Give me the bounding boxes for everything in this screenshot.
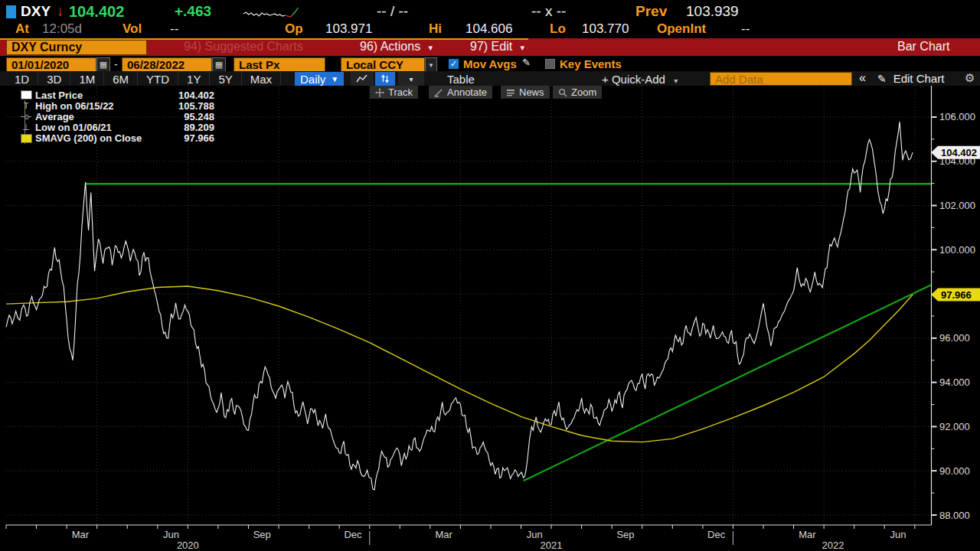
suggested-charts-button[interactable]: 94) Suggested Charts — [184, 40, 303, 54]
x-year-label: 2022 — [822, 540, 844, 551]
price-chart-canvas[interactable]: 88.00090.00092.00094.00096.00098.000100.… — [0, 86, 980, 551]
period-select[interactable]: Daily ▼ — [295, 72, 344, 86]
edit-menu-button[interactable]: 97) Edit ▾ — [470, 40, 524, 54]
currency-dropdown-arrow-icon[interactable]: ▾ — [425, 57, 437, 72]
bar-settings-button[interactable] — [375, 72, 395, 86]
news-list-icon — [506, 88, 515, 97]
key-events-label: Key Events — [560, 57, 622, 70]
x-month-label: Jun — [163, 529, 179, 540]
chevron-down-icon: ▾ — [429, 43, 433, 52]
key-events-checkbox[interactable] — [545, 59, 555, 69]
check-icon: ✓ — [450, 59, 457, 69]
prev-label: Prev — [635, 3, 667, 20]
legend-value: 97.966 — [172, 132, 214, 144]
calendar-icon[interactable]: ▦ — [96, 57, 110, 72]
actions-menu-button[interactable]: 96) Actions ▾ — [360, 40, 433, 54]
prev-value: 103.939 — [686, 3, 739, 20]
track-tool-button[interactable]: Track — [370, 86, 418, 99]
intraday-sparkline — [242, 4, 300, 21]
table-button[interactable]: Table — [447, 73, 475, 86]
calendar-icon[interactable]: ▦ — [212, 57, 226, 72]
date-range-separator: - — [114, 58, 118, 70]
x-year-label: 2021 — [541, 540, 563, 551]
security-field[interactable]: DXY Curncy — [6, 40, 147, 55]
at-label: At — [15, 21, 29, 37]
bloomberg-terminal-window: DXY ↓ 104.402 +.463 -- / -- -- x -- Prev… — [0, 0, 980, 551]
legend-row: THigh on 06/15/22105.788 — [9, 100, 214, 111]
date-from-text: 01/01/2020 — [11, 58, 69, 71]
line-chart-icon — [356, 74, 368, 83]
range-tabs: 1D3D1M6MYTD1Y5YMax — [6, 72, 281, 86]
quick-add-label: + Quick-Add — [602, 73, 665, 86]
legend-row: Average95.248 — [9, 111, 214, 122]
range-tab-6m[interactable]: 6M — [104, 72, 138, 86]
legend-label: High on 06/15/22 — [35, 100, 172, 112]
x-month-label: Mar — [799, 529, 816, 540]
collapse-panel-button[interactable]: « — [859, 71, 866, 85]
pencil-icon[interactable]: ✎ — [522, 57, 531, 68]
edit-chart-button[interactable]: ✎ Edit Chart — [877, 72, 944, 85]
dropdown-arrow-icon: ▼ — [331, 75, 338, 83]
date-to-field[interactable]: 06/28/2022 — [122, 57, 212, 72]
pencil-icon: ✎ — [877, 73, 887, 85]
zoom-tool-button[interactable]: Zoom — [553, 86, 602, 99]
open-value: 103.971 — [325, 21, 372, 37]
high-label: Hi — [429, 21, 442, 37]
x-month-label: Dec — [707, 529, 726, 540]
security-type-swatch — [6, 5, 16, 18]
last-price: 104.402 — [69, 3, 124, 21]
vol-label: Vol — [122, 21, 142, 37]
add-data-placeholder: Add Data — [715, 73, 763, 86]
news-tool-button[interactable]: News — [501, 86, 550, 99]
last-price-axis-tag-text: 104.402 — [941, 147, 977, 158]
low-marker-icon: ⊥ — [20, 122, 32, 132]
y-tick-label: 102.000 — [939, 200, 975, 211]
price-change: +.463 — [175, 3, 211, 20]
annotate-tool-button[interactable]: Annotate — [429, 86, 492, 99]
crosshair-icon — [375, 88, 384, 97]
actions-label: 96) Actions — [360, 40, 420, 53]
high-value: 104.606 — [466, 21, 512, 37]
edit-chart-label: Edit Chart — [893, 72, 945, 85]
add-data-input[interactable]: Add Data — [710, 72, 852, 86]
gear-icon[interactable]: ⚙ — [965, 71, 975, 85]
chart-style-dropdown[interactable]: ▾ — [398, 72, 424, 86]
legend-value: 95.248 — [172, 111, 214, 122]
y-tick-label: 92.000 — [939, 421, 970, 432]
low-value: 103.770 — [582, 21, 629, 37]
x-month-label: Jun — [527, 529, 543, 540]
x-month-label: Sep — [253, 529, 271, 540]
range-tab-1y[interactable]: 1Y — [178, 72, 210, 86]
mov-avgs-checkbox[interactable]: ✓ — [449, 59, 459, 69]
x-month-label: Dec — [344, 529, 362, 540]
currency-select[interactable]: Local CCY — [341, 57, 425, 72]
price-type-field[interactable]: Last Px — [234, 57, 325, 72]
x-month-label: Sep — [616, 529, 634, 540]
date-to-text: 06/28/2022 — [127, 58, 185, 71]
y-tick-label: 96.000 — [939, 332, 970, 344]
legend-label: Average — [35, 111, 172, 122]
track-label: Track — [388, 86, 413, 98]
price-down-arrow-icon: ↓ — [57, 3, 64, 20]
range-tab-5y[interactable]: 5Y — [210, 72, 241, 86]
smavg-axis-tag-text: 97.966 — [941, 289, 972, 301]
quick-add-button[interactable]: + Quick-Add ▾ — [602, 73, 678, 86]
range-tab-max[interactable]: Max — [242, 72, 281, 86]
line-chart-type-button[interactable] — [351, 72, 374, 86]
y-tick-label: 100.000 — [939, 244, 975, 256]
annotate-label: Annotate — [447, 86, 487, 98]
trend-line — [524, 285, 931, 481]
ticker-symbol: DXY — [21, 3, 51, 20]
edit-label: 97) Edit — [470, 40, 512, 53]
openint-label: OpenInt — [657, 21, 706, 37]
date-from-field[interactable]: 01/01/2020 — [6, 57, 96, 72]
annotate-angle-icon — [434, 88, 443, 97]
range-tab-1d[interactable]: 1D — [6, 72, 38, 86]
open-label: Op — [285, 21, 303, 37]
y-tick-label: 94.000 — [939, 377, 970, 388]
last-price-swatch — [21, 90, 32, 99]
range-tab-1m[interactable]: 1M — [70, 72, 104, 86]
x-month-label: Mar — [72, 529, 90, 540]
range-tab-3d[interactable]: 3D — [38, 72, 70, 86]
range-tab-ytd[interactable]: YTD — [138, 72, 178, 86]
